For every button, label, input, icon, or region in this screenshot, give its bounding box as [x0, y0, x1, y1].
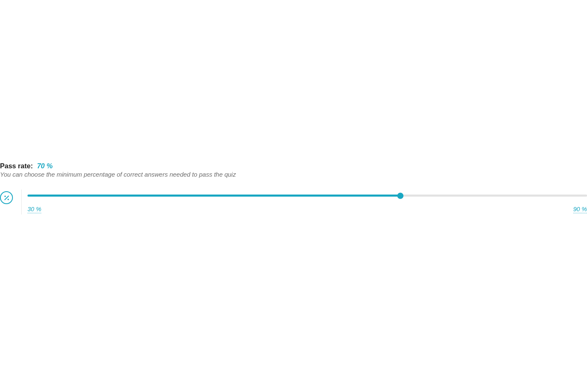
slider-thumb[interactable] [397, 192, 404, 199]
svg-point-0 [4, 195, 5, 197]
slider-fill [27, 195, 400, 197]
slider-min-label[interactable]: 30 % [27, 206, 41, 213]
percent-icon-box [0, 190, 22, 215]
pass-rate-description: You can choose the minimum percentage of… [0, 171, 587, 178]
pass-rate-value: 70 % [37, 162, 53, 170]
percent-icon [0, 191, 13, 204]
pass-rate-slider-area: 30 % 90 % [22, 190, 587, 213]
svg-point-1 [7, 199, 9, 200]
slider-max-label[interactable]: 90 % [573, 206, 587, 213]
pass-rate-label: Pass rate: [0, 162, 33, 170]
pass-rate-slider-row: 30 % 90 % [0, 190, 587, 215]
pass-rate-header: Pass rate: 70 % [0, 162, 587, 170]
pass-rate-slider[interactable] [27, 195, 587, 197]
slider-range-labels: 30 % 90 % [27, 206, 587, 213]
pass-rate-section: Pass rate: 70 % You can choose the minim… [0, 162, 587, 215]
